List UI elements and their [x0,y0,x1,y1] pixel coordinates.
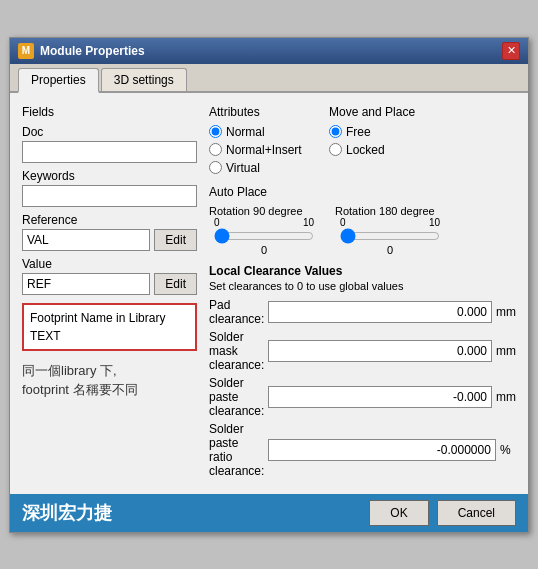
reference-row: Edit [22,229,197,251]
rotation180-value: 0 [340,244,440,256]
clearance-value-3[interactable] [268,439,496,461]
tab-3d-settings[interactable]: 3D settings [101,68,187,91]
rotation90-container: Rotation 90 degree 0 10 0 [209,205,319,256]
clearance-row-2: Solder paste clearance: mm [209,376,516,418]
clearance-unit-0: mm [496,305,516,319]
footprint-box: Footprint Name in Library TEXT [22,303,197,351]
window-title: Module Properties [40,44,145,58]
attr-normal-radio[interactable] [209,125,222,138]
value-row: Edit [22,273,197,295]
main-content: Fields Doc Keywords Reference Edit Value… [10,93,528,494]
bottom-buttons: OK Cancel [369,500,516,526]
move-free-label: Free [346,125,371,139]
rotation90-min: 0 [214,217,220,228]
title-buttons: ✕ [502,42,520,60]
rotation180-max: 10 [429,217,440,228]
rotation180-label: Rotation 180 degree [335,205,445,217]
value-edit-button[interactable]: Edit [154,273,197,295]
rotation90-ends: 0 10 [214,217,314,228]
left-panel: Fields Doc Keywords Reference Edit Value… [22,105,197,482]
auto-place-title: Auto Place [209,185,516,199]
attributes-section: Attributes Normal Normal+Insert Virtu [209,105,309,175]
move-locked[interactable]: Locked [329,143,429,157]
clearance-name-0: Pad clearance: [209,298,264,326]
move-free[interactable]: Free [329,125,429,139]
tab-properties[interactable]: Properties [18,68,99,93]
reference-edit-button[interactable]: Edit [154,229,197,251]
clearance-value-0[interactable] [268,301,492,323]
keywords-label: Keywords [22,169,197,183]
move-free-radio[interactable] [329,125,342,138]
rotation180-ends: 0 10 [340,217,440,228]
annotation-line1: 同一個library 下, [22,363,117,378]
attr-virtual-label: Virtual [226,161,260,175]
value-input[interactable] [22,273,150,295]
clearance-value-1[interactable] [268,340,492,362]
attr-normal-insert[interactable]: Normal+Insert [209,143,309,157]
rotation90-slider[interactable] [214,228,314,244]
clearance-row-0: Pad clearance: mm [209,298,516,326]
footprint-value: TEXT [30,329,189,343]
clearance-unit-3: % [500,443,516,457]
attributes-title: Attributes [209,105,309,119]
doc-label: Doc [22,125,197,139]
move-title: Move and Place [329,105,429,119]
attr-normalinsert-radio[interactable] [209,143,222,156]
attr-virtual-radio[interactable] [209,161,222,174]
clearance-unit-2: mm [496,390,516,404]
move-locked-label: Locked [346,143,385,157]
bottom-text: 深圳宏力捷 [22,501,112,525]
rotation90-label: Rotation 90 degree [209,205,319,217]
clearance-row-3: Solder paste ratio clearance: % [209,422,516,478]
top-sections: Attributes Normal Normal+Insert Virtu [209,105,516,175]
clearance-name-3: Solder paste ratio clearance: [209,422,264,478]
main-window: M Module Properties ✕ Properties 3D sett… [9,37,529,533]
sliders-row: Rotation 90 degree 0 10 0 Rotation 180 d… [209,205,516,256]
clearance-name-2: Solder paste clearance: [209,376,264,418]
reference-label: Reference [22,213,197,227]
attr-normalinsert-label: Normal+Insert [226,143,302,157]
annotation-line2: footprint 名稱要不同 [22,382,138,397]
clearance-subtitle: Set clearances to 0 to use global values [209,280,516,292]
cancel-button[interactable]: Cancel [437,500,516,526]
doc-input[interactable] [22,141,197,163]
auto-place-section: Auto Place Rotation 90 degree 0 10 0 [209,185,516,256]
ok-button[interactable]: OK [369,500,428,526]
app-icon: M [18,43,34,59]
title-bar-left: M Module Properties [18,43,145,59]
rotation90-max: 10 [303,217,314,228]
close-button[interactable]: ✕ [502,42,520,60]
move-section: Move and Place Free Locked [329,105,429,175]
rotation90-value: 0 [214,244,314,256]
attr-normal-label: Normal [226,125,265,139]
reference-input[interactable] [22,229,150,251]
clearance-value-2[interactable] [268,386,492,408]
bottom-bar: 深圳宏力捷 OK Cancel [10,494,528,532]
annotation-text: 同一個library 下, footprint 名稱要不同 [22,361,197,400]
value-label: Value [22,257,197,271]
attr-normal[interactable]: Normal [209,125,309,139]
rotation180-min: 0 [340,217,346,228]
fields-label: Fields [22,105,197,119]
clearance-unit-1: mm [496,344,516,358]
right-panel: Attributes Normal Normal+Insert Virtu [209,105,516,482]
clearance-name-1: Solder mask clearance: [209,330,264,372]
keywords-input[interactable] [22,185,197,207]
rotation180-slider[interactable] [340,228,440,244]
attr-virtual[interactable]: Virtual [209,161,309,175]
rotation180-container: Rotation 180 degree 0 10 0 [335,205,445,256]
move-radio-group: Free Locked [329,125,429,157]
footprint-label: Footprint Name in Library [30,311,189,325]
clearance-title: Local Clearance Values [209,264,516,278]
title-bar: M Module Properties ✕ [10,38,528,64]
move-locked-radio[interactable] [329,143,342,156]
clearance-row-1: Solder mask clearance: mm [209,330,516,372]
clearance-section: Local Clearance Values Set clearances to… [209,264,516,478]
attributes-radio-group: Normal Normal+Insert Virtual [209,125,309,175]
tabs-bar: Properties 3D settings [10,64,528,93]
